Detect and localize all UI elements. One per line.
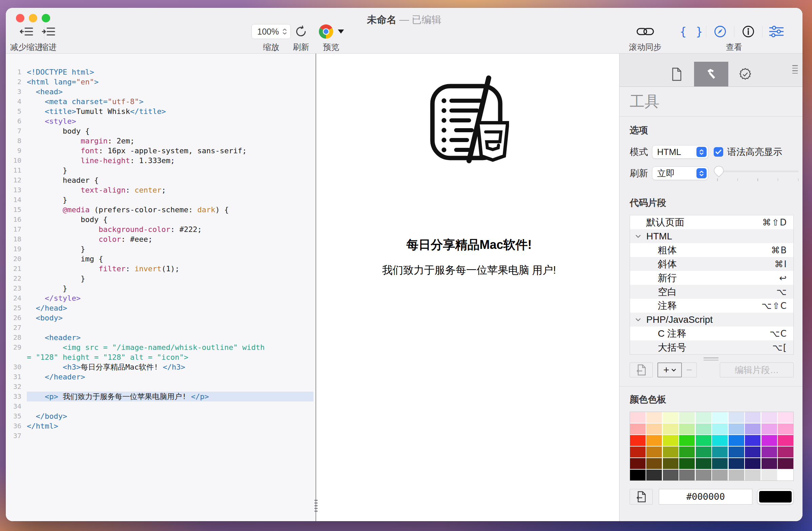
palette-swatch[interactable] bbox=[745, 458, 760, 469]
palette-swatch[interactable] bbox=[696, 458, 711, 469]
palette-swatch[interactable] bbox=[679, 470, 695, 480]
edit-snippets-button[interactable]: 编辑片段… bbox=[720, 362, 794, 377]
palette-swatch[interactable] bbox=[729, 447, 744, 457]
panel-grip-icon[interactable] bbox=[792, 65, 798, 74]
palette-swatch[interactable] bbox=[712, 458, 728, 469]
palette-swatch[interactable] bbox=[646, 435, 662, 446]
palette-swatch[interactable] bbox=[630, 447, 646, 457]
code-line[interactable]: 32 bbox=[6, 382, 314, 392]
snippet-group-row[interactable]: PHP/JavaScript bbox=[630, 313, 793, 327]
code-line-current[interactable]: 33 <p> 我们致力于服务每一位苹果电脑用户! </p> bbox=[6, 392, 314, 401]
snippet-row[interactable]: 斜体⌘I bbox=[630, 257, 793, 271]
palette-swatch[interactable] bbox=[663, 447, 679, 457]
snippet-row[interactable]: 大括号⌥[ bbox=[630, 341, 793, 354]
preview-dropdown-icon[interactable] bbox=[338, 29, 344, 33]
code-line[interactable]: 24 </style> bbox=[6, 293, 314, 303]
snippet-row[interactable]: 粗体⌘B bbox=[630, 243, 793, 257]
palette-swatch[interactable] bbox=[778, 470, 793, 480]
snippet-row[interactable]: 空白⌥ bbox=[630, 285, 793, 299]
palette-swatch[interactable] bbox=[646, 424, 662, 434]
code-line[interactable]: 26 <body> bbox=[6, 313, 314, 323]
palette-swatch[interactable] bbox=[745, 447, 760, 457]
code-line[interactable]: 13 text-align: center; bbox=[6, 185, 314, 195]
palette-swatch[interactable] bbox=[646, 447, 662, 457]
snippet-row[interactable]: 新行↩ bbox=[630, 271, 793, 285]
palette-swatch[interactable] bbox=[778, 458, 793, 469]
palette-swatch[interactable] bbox=[729, 424, 744, 434]
code-line[interactable]: 1<!DOCTYPE html> bbox=[6, 67, 314, 77]
zoom-stepper[interactable]: 100% bbox=[251, 24, 291, 39]
palette-swatch[interactable] bbox=[646, 412, 662, 423]
slider-thumb[interactable] bbox=[714, 166, 724, 177]
palette-swatch[interactable] bbox=[762, 447, 777, 457]
source-code-button[interactable]: { } bbox=[678, 24, 706, 40]
palette-swatch[interactable] bbox=[729, 412, 744, 423]
palette-swatch[interactable] bbox=[646, 470, 662, 480]
palette-swatch[interactable] bbox=[712, 447, 728, 457]
snippet-row[interactable]: C 注释⌥C bbox=[630, 327, 793, 341]
palette-swatch[interactable] bbox=[646, 458, 662, 469]
code-line[interactable]: 15 @media (prefers-color-scheme: dark) { bbox=[6, 205, 314, 215]
code-line[interactable]: 7 body { bbox=[6, 126, 314, 136]
code-line[interactable]: 30 <h3>每日分享精品Mac软件! </h3> bbox=[6, 362, 314, 372]
code-line[interactable]: 29 <img src = "/image-named/whisk-outlin… bbox=[6, 343, 314, 352]
palette-swatch[interactable] bbox=[630, 458, 646, 469]
palette-swatch[interactable] bbox=[696, 424, 711, 434]
code-line[interactable]: 11 } bbox=[6, 166, 314, 175]
preview-button[interactable]: 预览 bbox=[313, 24, 350, 53]
insert-color-button[interactable] bbox=[630, 489, 653, 504]
code-line[interactable]: 14 } bbox=[6, 195, 314, 205]
palette-swatch[interactable] bbox=[762, 470, 777, 480]
palette-swatch[interactable] bbox=[778, 447, 793, 457]
indent-button[interactable]: 缩进 bbox=[31, 24, 66, 53]
code-line[interactable]: 17 background-color: #222; bbox=[6, 225, 314, 234]
palette-swatch[interactable] bbox=[745, 412, 760, 423]
code-line[interactable]: 27 bbox=[6, 323, 314, 333]
insert-snippet-button[interactable] bbox=[630, 362, 653, 377]
code-line[interactable]: 23 } bbox=[6, 284, 314, 293]
code-line[interactable]: 34 bbox=[6, 401, 314, 411]
code-line[interactable]: 36</html> bbox=[6, 421, 314, 431]
scroll-sync-button[interactable]: 滚动同步 bbox=[625, 24, 666, 53]
snippets-resize-handle[interactable] bbox=[701, 357, 721, 360]
refresh-delay-slider[interactable] bbox=[714, 165, 798, 182]
palette-swatch[interactable] bbox=[679, 447, 695, 457]
snippet-group-row[interactable]: HTML bbox=[630, 229, 793, 243]
browser-preview-button[interactable] bbox=[706, 24, 734, 40]
refresh-select[interactable]: 立即 bbox=[652, 167, 708, 180]
info-button[interactable] bbox=[735, 24, 762, 40]
palette-swatch[interactable] bbox=[745, 424, 760, 434]
editor-preview-splitter[interactable] bbox=[314, 54, 319, 521]
palette-swatch[interactable] bbox=[663, 412, 679, 423]
code-line[interactable]: 8 margin: 2em; bbox=[6, 136, 314, 146]
tab-document[interactable] bbox=[660, 62, 694, 86]
palette-swatch[interactable] bbox=[712, 412, 728, 423]
code-line[interactable]: 16 body { bbox=[6, 215, 314, 225]
palette-swatch[interactable] bbox=[663, 470, 679, 480]
palette-swatch[interactable] bbox=[679, 435, 695, 446]
palette-swatch[interactable] bbox=[729, 470, 744, 480]
remove-snippet-button[interactable]: − bbox=[682, 362, 697, 377]
palette-swatch[interactable] bbox=[696, 435, 711, 446]
code-line[interactable]: = "128" height = "128" alt = "icon"> bbox=[6, 352, 314, 362]
code-line[interactable]: 22 } bbox=[6, 274, 314, 284]
code-line[interactable]: 21 filter: invert(1); bbox=[6, 264, 314, 274]
palette-swatch[interactable] bbox=[745, 470, 760, 480]
palette-swatch[interactable] bbox=[762, 412, 777, 423]
code-line[interactable]: 9 font: 16px -apple-system, sans-serif; bbox=[6, 146, 314, 156]
code-line[interactable]: 37 bbox=[6, 431, 314, 441]
palette-swatch[interactable] bbox=[712, 424, 728, 434]
palette-swatch[interactable] bbox=[630, 470, 646, 480]
palette-swatch[interactable] bbox=[663, 435, 679, 446]
code-line[interactable]: 35 </body> bbox=[6, 411, 314, 421]
palette-swatch[interactable] bbox=[696, 412, 711, 423]
palette-swatch[interactable] bbox=[679, 424, 695, 434]
palette-swatch[interactable] bbox=[712, 435, 728, 446]
palette-swatch[interactable] bbox=[679, 458, 695, 469]
code-line[interactable]: 18 color: #eee; bbox=[6, 234, 314, 244]
snippet-row[interactable]: 默认页面⌘⇧D bbox=[630, 215, 793, 229]
palette-swatch[interactable] bbox=[762, 458, 777, 469]
tab-validation[interactable] bbox=[728, 62, 763, 86]
disclosure-chevron-icon[interactable] bbox=[635, 235, 641, 238]
code-line[interactable]: 19 } bbox=[6, 244, 314, 254]
